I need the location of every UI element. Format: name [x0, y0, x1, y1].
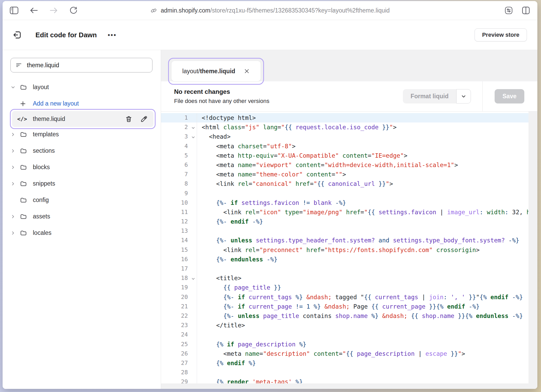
tree-item-label: Add a new layout: [33, 100, 79, 107]
code-line-16[interactable]: 16 {%- endunless -%}: [161, 255, 528, 264]
folder-icon: [20, 164, 31, 171]
sidebar-item-snippets[interactable]: snippets: [3, 175, 161, 192]
fold-toggle-icon[interactable]: [191, 132, 195, 142]
sidebar-item-config[interactable]: config: [3, 192, 161, 208]
code-line-29[interactable]: 29 {% render 'meta-tags' %}: [161, 377, 528, 383]
line-number: 15: [161, 245, 197, 255]
code-line-14[interactable]: 14 {%- unless settings.type_header_font.…: [161, 236, 528, 245]
code-line-25[interactable]: 25 {% if page_description %}: [161, 340, 528, 349]
tree-item-label: templates: [33, 131, 59, 138]
line-number: 26: [161, 349, 197, 358]
version-bar: No recent changes File does not have any…: [161, 81, 537, 112]
chevron-right-icon[interactable]: [10, 213, 20, 220]
line-number: 21: [161, 302, 197, 311]
code-line-23[interactable]: 23 </title>: [161, 321, 528, 330]
code-line-5[interactable]: 5 <meta http-equiv="X-UA-Compatible" con…: [161, 151, 528, 160]
chevron-right-icon[interactable]: [10, 181, 20, 187]
file-filter-input[interactable]: [26, 62, 147, 69]
chevron-right-icon[interactable]: [10, 131, 20, 138]
line-number: 22: [161, 311, 197, 321]
line-number: 25: [161, 340, 197, 349]
code-line-17[interactable]: 17: [161, 264, 528, 273]
rename-file-button[interactable]: [139, 115, 148, 124]
close-tab-icon[interactable]: [244, 68, 250, 74]
code-text: <meta http-equiv="X-UA-Compatible" conte…: [197, 151, 407, 160]
url-domain: admin.shopify.com: [161, 7, 210, 14]
line-number: 12: [161, 217, 197, 226]
page-settings-button[interactable]: [504, 6, 513, 15]
code-line-19[interactable]: 19 {{ page_title }}: [161, 283, 528, 292]
preview-store-button[interactable]: Preview store: [475, 28, 527, 41]
code-line-27[interactable]: 27 {% endif %}: [161, 358, 528, 368]
sidebar-item-templates[interactable]: templates: [3, 126, 161, 143]
code-line-20[interactable]: 20 {%- if current_tags %} &ndash; tagged…: [161, 292, 528, 302]
code-text: {%- unless settings.type_header_font.sys…: [197, 236, 519, 245]
code-line-10[interactable]: 10 {%- if settings.favicon != blank -%}: [161, 198, 528, 207]
file-filter-field[interactable]: [10, 58, 152, 72]
chevron-right-icon[interactable]: [10, 230, 20, 236]
fold-toggle-icon[interactable]: [191, 123, 195, 132]
code-line-1[interactable]: 1<!doctype html>: [161, 113, 528, 123]
code-line-26[interactable]: 26 <meta name="description" content="{{ …: [161, 349, 528, 358]
version-status-subtitle: File does not have any other versions: [174, 98, 269, 105]
code-line-3[interactable]: 3 <head>: [161, 132, 528, 141]
sidebar-item-layout[interactable]: layout: [3, 79, 161, 95]
plus-icon: [20, 101, 31, 107]
forward-button[interactable]: [49, 6, 58, 15]
code-line-11[interactable]: 11 <link rel="icon" type="image/png" hre…: [161, 207, 528, 217]
format-options-chevron-button[interactable]: [456, 89, 471, 103]
code-text: [197, 264, 202, 273]
more-menu-button[interactable]: •••: [108, 31, 116, 39]
line-number: 29: [161, 377, 197, 383]
code-text: {{ page_title }}: [197, 283, 281, 292]
line-number: 1: [161, 113, 197, 123]
code-line-9[interactable]: 9: [161, 189, 528, 198]
line-number: 14: [161, 236, 197, 245]
tab-label: layout/theme.liquid: [182, 68, 235, 75]
code-line-4[interactable]: 4 <meta charset="utf-8">: [161, 142, 528, 151]
code-line-22[interactable]: 22 {%- unless page_title contains shop.n…: [161, 311, 528, 321]
sidebar-item-sections[interactable]: sections: [3, 143, 161, 159]
code-line-7[interactable]: 7 <meta name="theme-color" content="">: [161, 170, 528, 179]
reload-button[interactable]: [69, 6, 78, 15]
sidebar-item-assets[interactable]: assets: [3, 208, 161, 225]
fold-toggle-icon[interactable]: [191, 274, 195, 283]
address-bar[interactable]: admin.shopify.com/store/rzq1xu-f5/themes…: [150, 7, 390, 14]
code-text: [197, 226, 202, 236]
tab-layout-theme-liquid[interactable]: layout/theme.liquid: [171, 61, 261, 81]
code-line-21[interactable]: 21 {%- if current_page != 1 %} &ndash; P…: [161, 302, 528, 311]
format-liquid-button[interactable]: Format liquid: [403, 89, 457, 103]
code-line-15[interactable]: 15 <link rel="preconnect" href="https://…: [161, 245, 528, 255]
folder-icon: [20, 84, 31, 91]
code-line-8[interactable]: 8 <link rel="canonical" href="{{ canonic…: [161, 179, 528, 188]
folder-icon: [20, 147, 31, 155]
url-path: /store/rzq1xu-f5/themes/132683530345?key…: [210, 7, 390, 14]
save-button[interactable]: Save: [495, 89, 524, 103]
code-line-2[interactable]: 2<html class="js" lang="{{ request.local…: [161, 123, 528, 132]
code-line-18[interactable]: 18 <title>: [161, 273, 528, 283]
filter-icon: [15, 62, 22, 69]
delete-file-button[interactable]: [124, 115, 133, 124]
sidebar-item-locales[interactable]: locales: [3, 225, 161, 241]
chevron-right-icon[interactable]: [10, 148, 20, 154]
code-viewport[interactable]: 1<!doctype html>2<html class="js" lang="…: [161, 112, 528, 383]
exit-editor-button[interactable]: [12, 30, 22, 40]
sidebar-toggle-button[interactable]: [9, 6, 19, 15]
code-line-24[interactable]: 24: [161, 330, 528, 339]
code-line-13[interactable]: 13: [161, 226, 528, 236]
chevron-down-icon[interactable]: [10, 84, 20, 90]
code-text: <link rel="icon" type="image/png" href="…: [197, 207, 528, 217]
code-line-28[interactable]: 28: [161, 368, 528, 377]
line-number: 20: [161, 292, 197, 302]
file-tree: layoutAdd a new layout</>theme.liquidtem…: [3, 79, 161, 241]
code-line-12[interactable]: 12 {%- endif -%}: [161, 217, 528, 226]
line-number: 3: [161, 132, 197, 141]
split-view-button[interactable]: [521, 6, 531, 15]
back-button[interactable]: [29, 6, 39, 15]
code-line-6[interactable]: 6 <meta name="viewport" content="width=d…: [161, 160, 528, 170]
pencil-icon: [140, 115, 147, 123]
sidebar-item-blocks[interactable]: blocks: [3, 159, 161, 175]
chevron-right-icon[interactable]: [10, 164, 20, 170]
code-text: <meta name="description" content="{{ pag…: [197, 349, 465, 358]
tree-item-label: config: [33, 197, 49, 204]
